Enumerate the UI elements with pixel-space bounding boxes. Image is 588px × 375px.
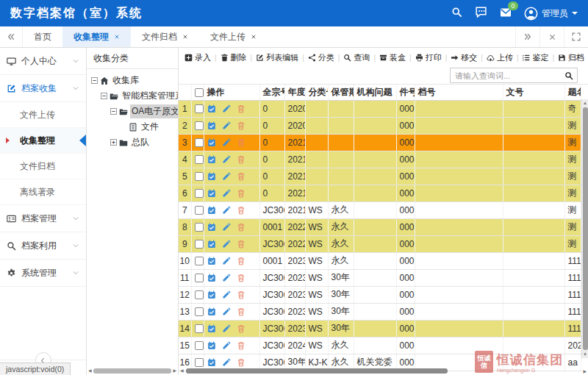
row-delete-button[interactable] — [237, 257, 245, 265]
row-edit-button[interactable] — [222, 121, 231, 130]
table-row[interactable]: 5020210005测 — [179, 168, 581, 185]
tree-expander-collapse-icon[interactable]: − — [110, 108, 117, 115]
tree-node-file[interactable]: 文件 — [87, 119, 178, 135]
table-row[interactable]: 7JC3062021WS永久0003测 — [179, 201, 581, 218]
row-edit-button[interactable] — [222, 358, 231, 367]
column-header-year[interactable]: 年度 — [284, 85, 305, 100]
tab-collect-organize[interactable]: 收集整理 — [62, 26, 131, 47]
row-checkbox[interactable] — [195, 358, 204, 367]
toolbar-button-list-edit[interactable]: 列表编辑 — [254, 52, 301, 63]
sidebar-item-system-manage[interactable]: 系统管理 — [0, 260, 86, 287]
fullscreen-button[interactable] — [564, 26, 588, 47]
row-appraise-button[interactable] — [207, 240, 216, 249]
select-all-checkbox[interactable] — [195, 88, 204, 97]
row-appraise-button[interactable] — [207, 155, 216, 164]
row-delete-button[interactable] — [237, 155, 245, 164]
row-appraise-button[interactable] — [207, 172, 216, 181]
tab-home[interactable]: 首页 — [23, 26, 62, 47]
column-header-num[interactable] — [179, 85, 191, 100]
table-row[interactable]: 3020210003测 — [179, 134, 581, 151]
sidebar-item-archive-use[interactable]: 档案利用 — [0, 232, 86, 260]
table-row[interactable]: 6020210006测 — [179, 185, 581, 201]
row-delete-button[interactable] — [237, 172, 245, 181]
row-checkbox[interactable] — [195, 290, 204, 299]
mail-icon[interactable]: 0 — [500, 7, 512, 21]
row-checkbox[interactable] — [195, 189, 204, 198]
row-edit-button[interactable] — [222, 307, 231, 316]
scroll-left-icon[interactable]: ◀ — [88, 367, 92, 374]
row-appraise-button[interactable] — [207, 290, 216, 299]
row-appraise-button[interactable] — [207, 104, 216, 113]
row-delete-button[interactable] — [237, 121, 245, 130]
table-row[interactable]: 15JC3062024WS永久0001202 — [179, 337, 581, 354]
row-appraise-button[interactable] — [207, 121, 216, 130]
row-delete-button[interactable] — [237, 223, 245, 232]
column-header-doc_no[interactable]: 文号 — [503, 85, 564, 100]
row-checkbox[interactable] — [195, 138, 204, 147]
column-header-item[interactable]: 件号 — [396, 85, 415, 100]
scroll-right-icon[interactable]: ▶ — [173, 367, 176, 374]
row-edit-button[interactable] — [222, 290, 231, 299]
sidebar-item-archive-manage[interactable]: 档案管理 — [0, 205, 86, 232]
tree-node-zongdui[interactable]: +总队 — [87, 135, 178, 150]
row-edit-button[interactable] — [222, 104, 231, 113]
sidebar-item-offline-catalog[interactable]: 离线著录 — [0, 179, 86, 205]
tree-node-smart-archive-system[interactable]: −智能档案管理系统 — [87, 88, 178, 104]
scroll-up-icon[interactable]: ▲ — [583, 99, 587, 107]
row-edit-button[interactable] — [222, 324, 231, 333]
row-appraise-button[interactable] — [207, 274, 216, 282]
row-checkbox[interactable] — [195, 324, 204, 333]
vertical-scrollbar[interactable]: ▲ ▼ — [581, 99, 588, 358]
tree-hscroll-thumb[interactable] — [93, 368, 172, 374]
row-delete-button[interactable] — [237, 274, 245, 282]
tabs-close-button[interactable] — [539, 26, 564, 47]
toolbar-button-print[interactable]: 打印 — [413, 52, 444, 63]
toolbar-button-query[interactable]: 查询 — [341, 52, 372, 63]
tree-horizontal-scrollbar[interactable]: ◀ ▶ — [88, 368, 176, 374]
column-header-file_no[interactable]: 档号 — [415, 85, 503, 100]
row-checkbox[interactable] — [195, 104, 204, 113]
row-appraise-button[interactable] — [207, 257, 216, 265]
column-header-org[interactable]: 机构问题 — [354, 85, 396, 100]
table-row[interactable]: 4020210004测 — [179, 151, 581, 168]
row-edit-button[interactable] — [222, 341, 231, 350]
row-delete-button[interactable] — [237, 240, 245, 249]
tab-close-button[interactable] — [114, 34, 120, 40]
row-delete-button[interactable] — [237, 341, 245, 350]
row-delete-button[interactable] — [237, 206, 245, 215]
vscroll-thumb[interactable] — [583, 107, 588, 350]
search-input[interactable] — [451, 71, 561, 80]
toolbar-button-transfer[interactable]: 移交 — [448, 52, 479, 63]
row-appraise-button[interactable] — [207, 324, 216, 333]
row-delete-button[interactable] — [237, 104, 245, 113]
row-edit-button[interactable] — [222, 257, 231, 265]
tree-expander-expand-icon[interactable]: + — [110, 139, 117, 146]
row-delete-button[interactable] — [237, 358, 245, 367]
row-edit-button[interactable] — [222, 223, 231, 232]
toolbar-button-delete[interactable]: 删除 — [218, 52, 249, 63]
row-appraise-button[interactable] — [207, 223, 216, 232]
sidebar-item-personal-center[interactable]: 个人中心 — [0, 48, 86, 75]
row-appraise-button[interactable] — [207, 358, 216, 367]
sidebar-item-file-upload[interactable]: 文件上传 — [0, 102, 86, 128]
table-row[interactable]: 1020200001奇 — [179, 100, 581, 117]
table-row[interactable]: 1000012023WS永久0001111 — [179, 252, 581, 269]
scroll-right-icon[interactable]: ▶ — [583, 368, 587, 374]
table-row[interactable]: 14JC3062023WS30年0001111 — [179, 320, 581, 337]
row-checkbox[interactable] — [195, 206, 204, 215]
row-checkbox[interactable] — [195, 172, 204, 181]
tree-expander-collapse-icon[interactable]: − — [91, 77, 98, 84]
row-checkbox[interactable] — [195, 240, 204, 249]
row-delete-button[interactable] — [237, 307, 245, 316]
search-icon[interactable] — [451, 7, 462, 20]
row-checkbox[interactable] — [195, 307, 204, 316]
row-edit-button[interactable] — [222, 206, 231, 215]
row-edit-button[interactable] — [222, 274, 231, 282]
tabs-scroll-left-button[interactable] — [0, 26, 23, 47]
row-edit-button[interactable] — [222, 172, 231, 181]
row-edit-button[interactable] — [222, 155, 231, 164]
row-delete-button[interactable] — [237, 324, 245, 333]
tab-close-button[interactable] — [182, 34, 188, 40]
user-menu[interactable]: 管理员 — [524, 7, 578, 21]
sidebar-item-archive-collect[interactable]: 档案收集 — [0, 75, 86, 102]
